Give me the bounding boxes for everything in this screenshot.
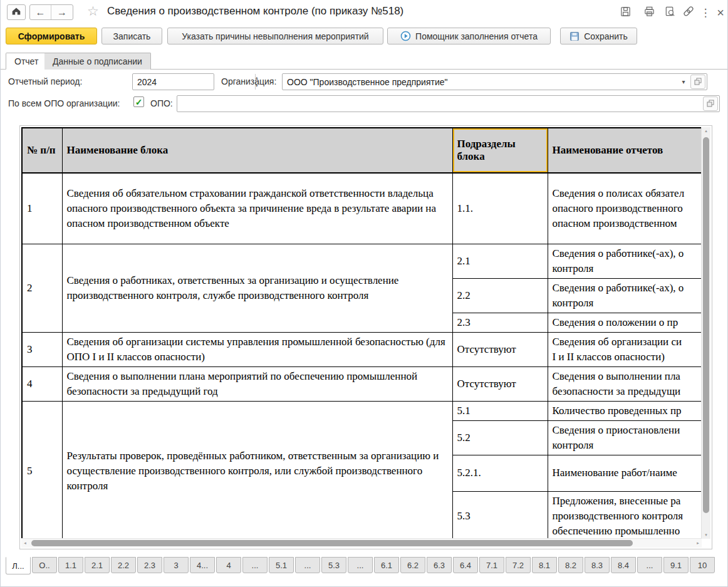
header-block-name[interactable]: Наименование блока [62,128,452,173]
fill-assistant-label: Помощник заполнения отчета [415,31,538,41]
print-button[interactable] [642,6,657,19]
home-button[interactable] [7,4,26,20]
sheet-tab[interactable]: 5.3 [321,557,346,573]
favorite-star-icon[interactable]: ☆ [87,4,99,19]
sheet-tab[interactable]: 8.1 [532,557,557,573]
report-name-cell[interactable]: Наименование работ/наиме [548,455,702,491]
generate-button[interactable]: Сформировать [6,28,97,44]
blue-floppy-icon [569,31,580,41]
organization-input[interactable] [283,74,678,90]
block-name-cell[interactable]: Сведения о выполнении плана мероприятий … [62,366,452,401]
sheet-tab[interactable]: 2.3 [137,557,162,573]
header-subsections-selected[interactable]: Подразделы блока [452,128,548,173]
report-name-cell[interactable]: Сведения о выполнении пла безопасности з… [548,366,702,401]
fill-assistant-button[interactable]: Помощник заполнения отчета [387,28,551,44]
more-menu-button[interactable]: ⋮ [698,6,713,19]
subsection-cell[interactable]: 5.2.1. [452,455,548,491]
subsection-cell[interactable]: 2.1 [452,244,548,278]
opo-input[interactable] [177,96,702,112]
sheet-tab[interactable]: 6.1 [374,557,399,573]
sheet-tab[interactable]: 10 [690,557,715,573]
organization-dropdown-icon[interactable]: ▾ [678,78,689,85]
tab-report-label: Отчет [14,56,38,66]
sheet-tab[interactable]: 8.2 [558,557,583,573]
sheet-tab[interactable]: ... [295,557,320,573]
save-report-button[interactable]: Сохранить [560,28,637,44]
block-name-cell[interactable]: Сведения об обязательном страховании гра… [62,173,452,244]
block-name-cell[interactable]: Результаты проверок, проведённых работни… [62,401,452,539]
sheet-tab[interactable]: Л... [6,557,31,574]
block-number-cell[interactable]: 2 [22,244,62,332]
sheet-tab[interactable]: 6.2 [400,557,425,573]
report-name-cell[interactable]: Сведения о положении о пр [548,313,702,332]
scroll-down-icon[interactable]: ▾ [702,531,710,539]
reasons-button[interactable]: Указать причины невыполнения мероприятий [167,28,383,44]
block-name-cell[interactable]: Сведения о работниках, ответственных за … [62,244,452,332]
horizontal-scroll-thumb[interactable] [31,540,633,546]
play-circle-icon [400,31,411,41]
report-name-cell[interactable]: Сведения о приостановлени контроля [548,420,702,455]
sheet-tab[interactable]: 3 [164,557,189,573]
sheet-tab[interactable]: 6.4 [453,557,478,573]
report-name-cell[interactable]: Количество проведенных пр [548,401,702,420]
report-name-cell[interactable]: Сведения об организации си I и II классо… [548,332,702,366]
sheet-tab[interactable]: 7.1 [479,557,504,573]
sheet-tab[interactable]: 7.2 [506,557,531,573]
sheet-tab[interactable]: 8.4 [611,557,636,573]
subsection-cell[interactable]: Отсутствуют [452,332,548,366]
home-icon [11,6,22,19]
sheet-tab[interactable]: 4 [216,557,241,573]
block-number-cell[interactable]: 5 [22,401,62,539]
sheet-tab[interactable]: 5.1 [269,557,294,573]
header-report-names[interactable]: Наименование отчетов [548,128,702,173]
organization-field: ▾ [282,73,707,90]
close-button[interactable]: × [713,6,728,19]
sheet-tab[interactable]: 2.1 [85,557,110,573]
sheet-tab[interactable]: ... [348,557,373,573]
report-name-cell[interactable]: Предложения, внесенные ра производственн… [548,491,702,539]
block-number-cell[interactable]: 1 [22,173,62,244]
opo-open-button[interactable] [703,96,718,111]
horizontal-scrollbar[interactable]: ◂ ▸ [21,538,702,548]
all-opo-checkbox[interactable]: ✓ [133,96,144,107]
sheet-tab[interactable]: 4... [190,557,215,573]
sheet-tab[interactable]: 9.1 [663,557,689,573]
organization-open-button[interactable] [690,75,705,89]
vertical-scrollbar[interactable]: ▴ ▾ [701,127,710,539]
forward-button[interactable]: → [51,5,73,19]
subsection-cell[interactable]: 5.1 [452,401,548,420]
subsection-cell[interactable]: 2.2 [452,278,548,313]
subsection-cell[interactable]: 5.3 [452,491,548,539]
sheet-tab[interactable]: ... [242,557,268,573]
subsection-cell[interactable]: 5.2 [452,420,548,455]
scroll-right-icon[interactable]: ▸ [694,539,702,548]
tab-signing-data[interactable]: Данные о подписании [44,53,151,70]
sheet-tab[interactable]: О.. [32,557,57,573]
report-name-cell[interactable]: Сведения о работнике(-ах), о контроля [548,278,702,313]
preview-button[interactable] [662,6,677,19]
subsection-cell[interactable]: 2.3 [452,313,548,332]
sheet-tab[interactable]: ... [637,557,662,573]
save-document-button[interactable] [618,6,633,19]
sheet-tab[interactable]: 8.3 [585,557,610,573]
sheet-tab[interactable]: 2.2 [111,557,136,573]
block-name-cell[interactable]: Сведения об организации системы управлен… [62,332,452,366]
write-button[interactable]: Записать [101,28,162,44]
reasons-button-label: Указать причины невыполнения мероприятий [182,31,368,41]
report-table: № п/п Наименование блока Подразделы блок… [21,127,702,539]
sheet-tab[interactable]: 1.1 [58,557,83,573]
tab-report[interactable]: Отчет [6,53,47,70]
vertical-scroll-thumb[interactable] [703,137,709,513]
block-number-cell[interactable]: 3 [22,332,62,366]
scroll-up-icon[interactable]: ▴ [702,127,710,135]
block-number-cell[interactable]: 4 [22,366,62,401]
header-num[interactable]: № п/п [22,128,62,173]
sheet-tab[interactable]: 6.3 [427,557,452,573]
report-name-cell[interactable]: Сведения о полисах обязател опасного про… [548,173,702,244]
back-button[interactable]: ← [30,5,51,19]
get-link-button[interactable] [681,6,696,19]
subsection-cell[interactable]: 1.1. [452,173,548,244]
scroll-left-icon[interactable]: ◂ [21,539,29,548]
report-name-cell[interactable]: Сведения о работнике(-ах), о контроля [548,244,702,278]
subsection-cell[interactable]: Отсутствуют [452,366,548,401]
